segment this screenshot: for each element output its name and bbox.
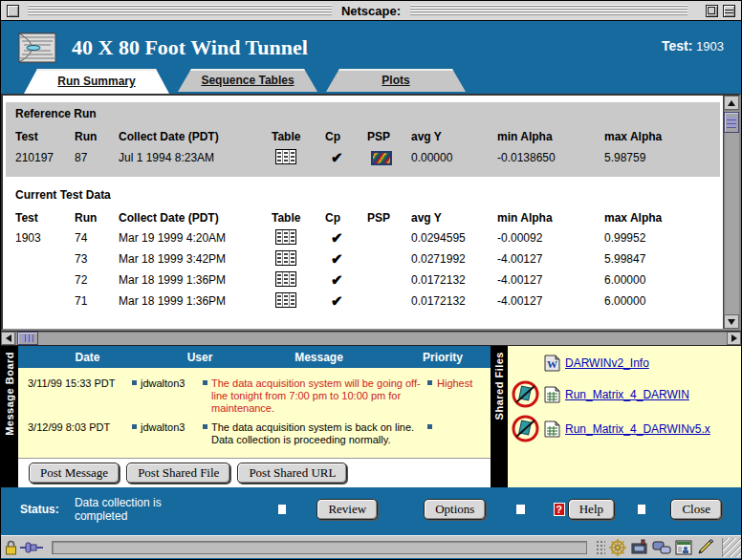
bullet-icon xyxy=(203,424,207,429)
discussions-chat-icon[interactable] xyxy=(652,539,671,556)
cp-checkmark-icon: ✔ xyxy=(325,149,367,166)
window-resize-grip[interactable] xyxy=(722,538,741,557)
bullet-icon xyxy=(203,380,207,385)
app-header: 40 X 80 Foot Wind Tunnel Test: 1903 Run … xyxy=(1,21,741,94)
post-shared-file-button[interactable]: Post Shared File xyxy=(126,463,230,484)
current-test-title: Current Test Data xyxy=(15,188,723,202)
online-plug-icon[interactable] xyxy=(20,542,43,553)
data-table-icon[interactable] xyxy=(275,229,296,245)
browser-progress-field xyxy=(52,541,587,554)
security-lock-icon[interactable] xyxy=(5,540,17,555)
bullet-icon xyxy=(427,380,432,385)
address-book-icon[interactable] xyxy=(674,539,693,556)
bullet-icon xyxy=(132,380,137,385)
wind-tunnel-logo-icon xyxy=(16,32,58,63)
shared-file-item: W DARWINv2_Info xyxy=(544,355,737,372)
post-shared-url-button[interactable]: Post Shared URL xyxy=(237,463,347,484)
help-question-icon[interactable]: ? xyxy=(554,503,565,516)
vertical-scroll-track[interactable] xyxy=(724,110,739,314)
message-text: The data acquisition system is back on l… xyxy=(211,421,422,446)
post-message-button[interactable]: Post Message xyxy=(29,463,120,484)
help-button[interactable]: Help xyxy=(568,499,615,520)
status-separator-square xyxy=(638,505,645,514)
shared-file-link[interactable]: DARWINv2_Info xyxy=(565,356,649,370)
reference-run-row: 210197 87 Jul 1 1994 8:23AM ✔ 0.00000 -0… xyxy=(15,146,720,169)
psp-image-icon[interactable] xyxy=(371,151,392,165)
run-summary-frame: Reference Run Test Run Collect Date (PDT… xyxy=(1,94,741,331)
shared-file-link[interactable]: Run_Matrix_4_DARWINv5.x xyxy=(565,422,710,436)
tab-plots[interactable]: Plots xyxy=(326,69,466,92)
status-label: Status: xyxy=(20,503,75,516)
reference-run-title: Reference Run xyxy=(15,107,720,120)
reference-run-header: Test Run Collect Date (PDT) Table Cp PSP… xyxy=(15,127,720,146)
inbox-mail-icon[interactable] xyxy=(630,539,649,556)
cp-checkmark-icon: ✔ xyxy=(325,292,367,310)
word-doc-icon[interactable]: W xyxy=(544,355,560,372)
table-row: 72 Mar 18 1999 1:36PM ✔ 0.0172132 -4.001… xyxy=(15,269,723,291)
message-board-strip: Message Board xyxy=(1,346,18,487)
cp-checkmark-icon: ✔ xyxy=(325,271,367,289)
data-table-icon[interactable] xyxy=(275,149,296,164)
scroll-right-arrow[interactable] xyxy=(727,332,741,345)
message-board-actions: Post Message Post Shared File Post Share… xyxy=(18,458,491,487)
cp-checkmark-icon: ✔ xyxy=(325,250,367,268)
shared-files-label: Shared Files xyxy=(493,352,505,420)
data-table-icon[interactable] xyxy=(275,292,296,308)
horizontal-scroll-track[interactable] xyxy=(15,332,727,345)
message-text: The data acquisition system will be goin… xyxy=(211,377,422,415)
message-date: 3/11/99 15:33 PDT xyxy=(28,377,127,415)
message-row: 3/11/99 15:33 PDT jdwalton3 The data acq… xyxy=(28,377,487,415)
table-row: 73 Mar 18 1999 3:42PM ✔ 0.0271992 -4.001… xyxy=(15,248,723,269)
status-separator-square xyxy=(278,505,286,514)
message-board-panel: Date User Message Priority 3/11/99 15:33… xyxy=(18,346,491,487)
message-date: 3/12/99 8:03 PDT xyxy=(28,421,127,446)
horizontal-scrollbar[interactable] xyxy=(1,331,741,346)
no-entry-icon xyxy=(512,415,539,442)
no-entry-icon xyxy=(512,380,539,408)
shared-files-strip: Shared Files xyxy=(491,346,508,487)
message-user: jdwalton3 xyxy=(141,377,198,415)
message-board-header: Date User Message Priority xyxy=(18,346,491,368)
message-priority xyxy=(437,421,487,446)
data-table-icon[interactable] xyxy=(275,271,296,287)
netscape-window: Netscape: 40 X 80 Foot Wind Tunnel xyxy=(0,0,742,560)
run-summary-content: Reference Run Test Run Collect Date (PDT… xyxy=(3,96,723,329)
component-bar-handle[interactable] xyxy=(596,540,605,555)
bullet-icon xyxy=(132,424,137,429)
bullet-icon xyxy=(427,424,432,429)
lower-frames: Message Board Date User Message Priority… xyxy=(1,346,741,487)
cp-checkmark-icon: ✔ xyxy=(325,229,367,247)
scroll-up-arrow[interactable] xyxy=(724,96,739,110)
data-table-icon[interactable] xyxy=(275,250,296,266)
shared-files-panel: W DARWINv2_Info Run_Matrix_4_DARWIN xyxy=(508,346,741,487)
current-test-section: Current Test Data Test Run Collect Date … xyxy=(3,177,723,312)
tab-sequence-tables[interactable]: Sequence Tables xyxy=(178,69,317,92)
composer-pencil-icon[interactable] xyxy=(696,539,715,556)
window-collapse-box[interactable] xyxy=(723,5,735,17)
table-row: 1903 74 Mar 19 1999 4:20AM ✔ 0.0294595 -… xyxy=(15,227,723,248)
table-row: 71 Mar 18 1999 1:36PM ✔ 0.0172132 -4.001… xyxy=(15,291,723,312)
close-button[interactable]: Close xyxy=(670,499,722,520)
spreadsheet-file-icon[interactable] xyxy=(544,386,560,403)
message-board-body: 3/11/99 15:33 PDT jdwalton3 The data acq… xyxy=(18,368,491,458)
reference-run-section: Reference Run Test Run Collect Date (PDT… xyxy=(6,102,720,177)
window-title: Netscape: xyxy=(1,4,741,18)
window-titlebar[interactable]: Netscape: xyxy=(1,1,741,21)
spreadsheet-file-icon[interactable] xyxy=(544,420,560,438)
browser-status-bar xyxy=(1,535,741,558)
tab-run-summary[interactable]: Run Summary xyxy=(24,69,169,94)
message-board-label: Message Board xyxy=(4,352,15,436)
page-title: 40 X 80 Foot Wind Tunnel xyxy=(72,35,308,60)
vertical-scroll-thumb[interactable] xyxy=(724,112,739,133)
shared-file-item: Run_Matrix_4_DARWIN xyxy=(512,380,737,408)
scroll-left-arrow[interactable] xyxy=(1,332,15,345)
review-button[interactable]: Review xyxy=(316,499,378,520)
navigator-wheel-icon[interactable] xyxy=(608,539,627,556)
vertical-scrollbar[interactable] xyxy=(723,96,739,329)
horizontal-scroll-thumb[interactable] xyxy=(17,332,38,345)
options-button[interactable]: Options xyxy=(424,499,486,520)
scroll-down-arrow[interactable] xyxy=(724,314,739,329)
window-zoom-box[interactable] xyxy=(706,5,718,17)
shared-file-link[interactable]: Run_Matrix_4_DARWIN xyxy=(565,388,689,401)
shared-file-item: Run_Matrix_4_DARWINv5.x xyxy=(512,415,737,442)
